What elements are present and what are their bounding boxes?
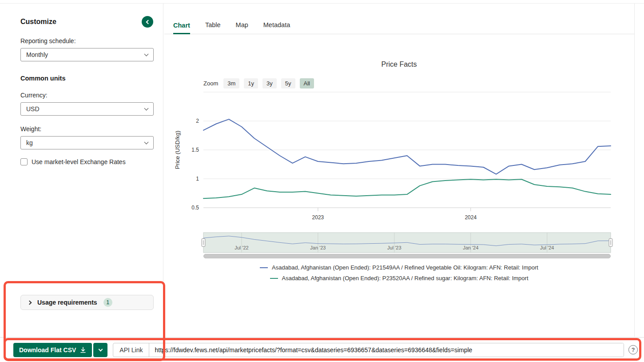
chevron-down-icon <box>98 347 103 351</box>
usage-requirements-count-badge: 1 <box>103 298 112 307</box>
svg-text:2024: 2024 <box>465 214 477 221</box>
weight-value: kg <box>26 139 33 146</box>
download-icon <box>80 347 86 353</box>
svg-text:2: 2 <box>196 118 199 124</box>
svg-text:1.5: 1.5 <box>191 147 199 153</box>
tab-map[interactable]: Map <box>236 21 248 34</box>
series-line-icon <box>260 267 268 268</box>
currency-value: USD <box>26 105 40 113</box>
svg-text:Jul '22: Jul '22 <box>235 245 248 250</box>
currency-select[interactable]: USD <box>20 102 154 116</box>
weight-label: Weight: <box>20 125 153 133</box>
customize-panel: Customize Reporting schedule: Monthly Co… <box>0 4 163 337</box>
currency-label: Currency: <box>20 92 153 99</box>
bottom-bar: Download Flat CSV API Link ? <box>0 337 644 362</box>
right-divider <box>634 4 635 337</box>
reporting-schedule-value: Monthly <box>26 51 48 58</box>
api-url-input[interactable] <box>149 343 624 357</box>
legend-item-vegetable-oil[interactable]: Asadabad, Afghanistan (Open Ended): P215… <box>260 264 538 271</box>
download-label: Download Flat CSV <box>19 346 76 354</box>
exchange-rates-checkbox[interactable] <box>20 158 28 165</box>
exchange-rates-label: Use market-level Exchange Rates <box>32 158 126 165</box>
usage-requirements-button[interactable]: Usage requirements 1 <box>20 295 154 310</box>
customize-title: Customize <box>20 18 56 26</box>
reporting-schedule-label: Reporting schedule: <box>20 37 153 44</box>
weight-select[interactable]: kg <box>20 136 154 149</box>
chevron-down-icon <box>144 52 149 56</box>
help-icon[interactable]: ? <box>628 345 638 354</box>
svg-text:1: 1 <box>196 176 199 182</box>
download-flat-csv-button[interactable]: Download Flat CSV <box>13 343 92 357</box>
common-units-heading: Common units <box>20 75 153 82</box>
legend-item-refined-sugar[interactable]: Asadabad, Afghanistan (Open Ended): P235… <box>270 275 529 282</box>
api-link-group: API Link <box>113 343 624 357</box>
tab-metadata[interactable]: Metadata <box>263 21 290 34</box>
usage-requirements-label: Usage requirements <box>37 299 97 306</box>
tab-table[interactable]: Table <box>205 21 221 34</box>
chevron-right-icon <box>28 300 32 305</box>
api-link-label[interactable]: API Link <box>113 343 149 357</box>
reporting-schedule-select[interactable]: Monthly <box>20 48 154 61</box>
legend-label: Asadabad, Afghanistan (Open Ended): P235… <box>282 275 529 282</box>
svg-text:Jul '23: Jul '23 <box>387 245 401 250</box>
chart-legend: Asadabad, Afghanistan (Open Ended): P215… <box>164 264 634 282</box>
legend-label: Asadabad, Afghanistan (Open Ended): P215… <box>272 264 538 271</box>
download-options-button[interactable] <box>93 343 107 357</box>
app: Customize Reporting schedule: Monthly Co… <box>0 0 644 362</box>
chevron-down-icon <box>144 140 149 144</box>
svg-text:2023: 2023 <box>312 214 324 221</box>
tab-row: Chart Table Map Metadata <box>164 4 634 34</box>
series-line-icon <box>270 278 278 279</box>
price-facts-chart[interactable]: 0.511.52Price (USD/kg)20232024Jul '22Jan… <box>173 58 631 262</box>
svg-text:0.5: 0.5 <box>191 205 199 211</box>
tab-chart[interactable]: Chart <box>173 22 190 34</box>
exchange-rates-row: Use market-level Exchange Rates <box>20 158 153 165</box>
svg-text:Jul '24: Jul '24 <box>540 245 554 250</box>
customize-header: Customize <box>20 16 153 28</box>
chart-scrollbar[interactable] <box>203 254 611 258</box>
svg-text:Jan '23: Jan '23 <box>310 245 326 250</box>
svg-text:Price (USD/kg): Price (USD/kg) <box>174 131 181 169</box>
chevron-left-icon <box>146 20 151 24</box>
chevron-down-icon <box>144 106 149 110</box>
svg-text:Jan '24: Jan '24 <box>463 245 478 250</box>
collapse-panel-button[interactable] <box>142 16 153 28</box>
